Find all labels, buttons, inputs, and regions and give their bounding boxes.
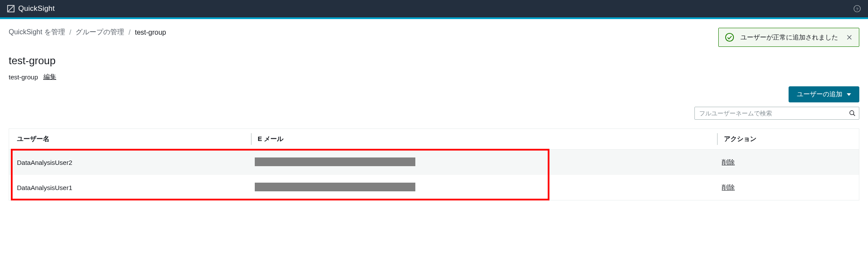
breadcrumb: QuickSight を管理 / グループの管理 / test-group (9, 28, 166, 37)
search-icon[interactable] (849, 110, 856, 117)
add-user-button[interactable]: ユーザーの追加 (789, 86, 859, 102)
th-user: ユーザー名 (17, 129, 251, 149)
table-row: DataAnalysisUser2 削除 (9, 150, 859, 175)
search-field (694, 107, 859, 120)
svg-point-3 (726, 33, 733, 41)
th-action: アクション (724, 129, 851, 149)
caret-down-icon (847, 93, 851, 96)
top-bar: QuickSight ? (0, 0, 868, 17)
breadcrumb-item-current: test-group (135, 29, 166, 36)
svg-text:?: ? (856, 7, 858, 11)
redacted-block (255, 183, 415, 191)
page-title: test-group (9, 55, 859, 67)
users-table: ユーザー名 E メール アクション DataAnalysisUser2 削除 D… (9, 128, 859, 200)
brand-name: QuickSight (18, 4, 55, 13)
cell-username: DataAnalysisUser2 (17, 159, 255, 166)
cell-email (255, 183, 722, 193)
cell-email (255, 157, 722, 167)
th-email: E メール (258, 129, 717, 149)
breadcrumb-item[interactable]: グループの管理 (76, 28, 124, 37)
close-icon[interactable] (846, 34, 853, 41)
delete-link[interactable]: 削除 (722, 158, 735, 166)
success-toast: ユーザーが正常に追加されました (718, 28, 859, 47)
cell-username: DataAnalysisUser1 (17, 184, 255, 191)
subtitle-row: test-group 編集 (9, 73, 859, 81)
quicksight-logo-icon (7, 5, 15, 13)
search-input[interactable] (694, 107, 859, 120)
help-icon[interactable]: ? (853, 5, 861, 13)
add-user-label: ユーザーの追加 (797, 90, 842, 98)
success-check-icon (725, 33, 734, 42)
redacted-block (255, 157, 415, 166)
toast-message: ユーザーが正常に追加されました (740, 33, 838, 42)
breadcrumb-separator: / (128, 29, 130, 36)
breadcrumb-item[interactable]: QuickSight を管理 (9, 28, 65, 37)
delete-link[interactable]: 削除 (722, 184, 735, 191)
brand-area: QuickSight (7, 4, 55, 13)
breadcrumb-separator: / (69, 29, 71, 36)
edit-link[interactable]: 編集 (43, 73, 56, 81)
column-divider (717, 133, 718, 145)
table-row: DataAnalysisUser1 削除 (9, 175, 859, 200)
svg-point-4 (850, 111, 854, 115)
group-name-label: test-group (9, 73, 38, 81)
table-body: DataAnalysisUser2 削除 DataAnalysisUser1 削… (9, 150, 859, 200)
column-divider (251, 133, 252, 145)
table-header: ユーザー名 E メール アクション (9, 129, 859, 150)
